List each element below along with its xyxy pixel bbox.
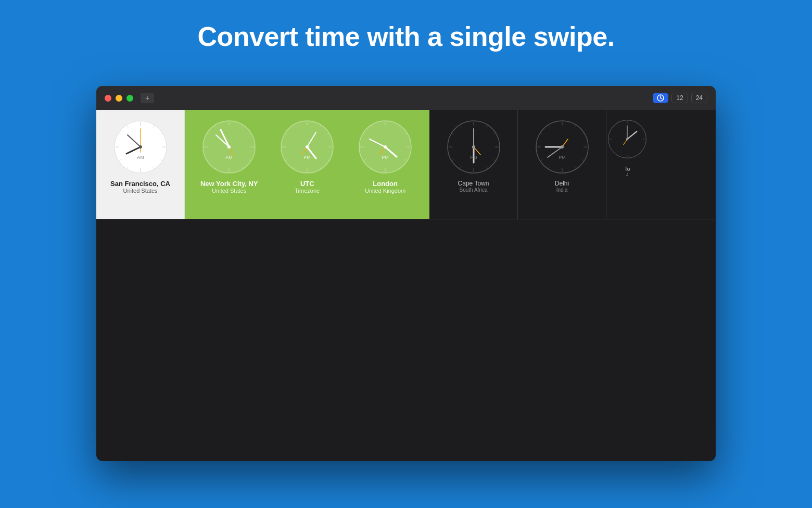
svg-text:PM: PM xyxy=(559,155,566,160)
svg-point-38 xyxy=(227,145,231,148)
nyc-city-name: New York City, NY xyxy=(200,180,258,188)
sf-city-name: San Francisco, CA xyxy=(110,180,170,188)
london-city-name: London xyxy=(373,180,398,188)
utc-city-country: Timezone xyxy=(295,188,320,194)
svg-line-2 xyxy=(661,98,662,99)
clock-face-utc: PM xyxy=(278,118,336,176)
utc-city-name: UTC xyxy=(300,180,314,188)
clock-card-partial: To J xyxy=(606,110,648,219)
clock-card-capetown[interactable]: PM Cape Town South Africa xyxy=(429,110,518,219)
svg-point-20 xyxy=(139,145,142,148)
page-title: Convert time with a single swipe. xyxy=(0,21,812,52)
clock-card-green-zone[interactable]: AM New York City, NY United States xyxy=(185,110,429,219)
format-24-button[interactable]: 24 xyxy=(691,93,707,103)
clock-face-nyc: AM xyxy=(200,118,258,176)
svg-point-120 xyxy=(626,138,628,140)
sf-city-country: United States xyxy=(123,188,157,194)
nyc-city-country: United States xyxy=(212,188,246,194)
clock-view-button[interactable] xyxy=(653,93,668,103)
clock-card-delhi[interactable]: PM Delhi India xyxy=(518,110,606,219)
capetown-city-name: Cape Town xyxy=(458,180,489,187)
svg-point-110 xyxy=(561,145,564,148)
clock-card-nyc: AM New York City, NY United States xyxy=(200,118,258,194)
add-clock-button[interactable]: + xyxy=(141,93,154,103)
svg-point-92 xyxy=(472,145,475,148)
traffic-light-minimize[interactable] xyxy=(116,95,122,102)
svg-point-74 xyxy=(384,145,387,148)
clock-face-capetown: PM xyxy=(445,118,502,176)
format-12-button[interactable]: 12 xyxy=(671,93,688,103)
partial-city-name: To xyxy=(625,166,630,172)
title-bar-right: 12 24 xyxy=(653,93,707,103)
capetown-city-country: South Africa xyxy=(460,187,488,193)
clock-face-london: PM xyxy=(357,118,414,176)
clock-card-london: PM London United Kingdom xyxy=(357,118,414,194)
svg-text:PM: PM xyxy=(382,155,389,160)
partial-clock-face xyxy=(606,118,648,162)
svg-text:PM: PM xyxy=(470,155,477,160)
svg-text:PM: PM xyxy=(304,155,311,160)
clock-card-utc: PM UTC Timezone xyxy=(278,118,336,194)
app-window: + 12 24 xyxy=(96,86,716,461)
svg-text:AM: AM xyxy=(225,155,233,160)
title-bar: + 12 24 xyxy=(96,86,716,110)
london-city-country: United Kingdom xyxy=(365,188,405,194)
delhi-city-country: India xyxy=(556,187,568,193)
partial-city-country: J xyxy=(626,172,629,177)
clock-icon xyxy=(657,94,664,102)
clocks-row: AM San Francisco, CA United States xyxy=(96,110,716,219)
svg-text:AM: AM xyxy=(137,155,144,160)
svg-point-56 xyxy=(306,145,309,148)
page-header: Convert time with a single swipe. xyxy=(0,0,812,68)
clock-card-sf[interactable]: AM San Francisco, CA United States xyxy=(96,110,185,219)
traffic-light-close[interactable] xyxy=(105,95,111,102)
clock-face-delhi: PM xyxy=(534,118,591,176)
traffic-light-fullscreen[interactable] xyxy=(126,95,133,102)
delhi-city-name: Delhi xyxy=(555,180,569,187)
clock-face-sf: AM xyxy=(112,118,169,176)
